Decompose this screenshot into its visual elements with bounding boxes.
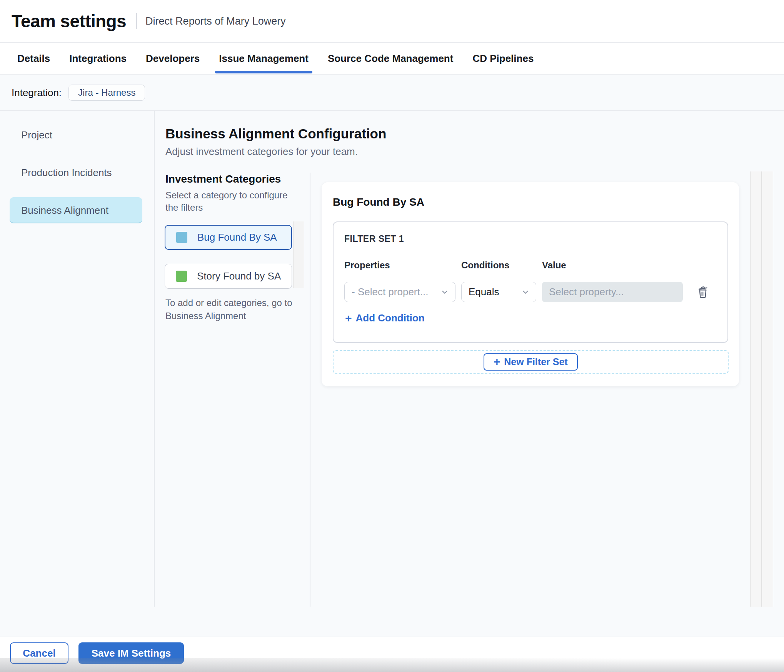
title-divider	[136, 13, 137, 29]
investment-categories-heading: Investment Categories	[165, 173, 281, 185]
new-filter-set-dropzone: + New Filter Set	[333, 350, 729, 374]
integration-label: Integration:	[12, 87, 62, 99]
sidebar-item-production-incidents[interactable]: Production Incidents	[10, 160, 142, 186]
tab-issue-management[interactable]: Issue Management	[217, 43, 310, 74]
column-label-value: Value	[542, 260, 566, 271]
category-label: Story Found by SA	[197, 270, 281, 282]
chevron-down-icon	[521, 288, 530, 296]
page-section-title: Business Alignment Configuration	[165, 126, 386, 141]
inner-scrollbar-track[interactable]	[762, 171, 773, 607]
tab-source-code-management[interactable]: Source Code Management	[326, 43, 455, 74]
page-section-subtitle: Adjust investment categories for your te…	[165, 146, 358, 158]
tab-developers[interactable]: Developers	[144, 43, 201, 74]
value-input[interactable]	[542, 282, 683, 302]
sidebar-divider	[154, 111, 155, 607]
property-select-placeholder: - Select propert...	[352, 286, 428, 298]
page-header: Team settings Direct Reports of Mary Low…	[0, 0, 784, 42]
section-divider	[310, 173, 310, 607]
filter-set-heading: FILTER SET 1	[344, 234, 404, 244]
settings-tab-bar: Details Integrations Developers Issue Ma…	[0, 42, 784, 75]
condition-select[interactable]: Equals	[461, 282, 536, 302]
category-bug-found-by-sa[interactable]: Bug Found By SA	[165, 225, 292, 250]
category-label: Bug Found By SA	[197, 231, 277, 243]
page-title: Team settings	[12, 11, 126, 32]
team-settings-page: Team settings Direct Reports of Mary Low…	[0, 0, 784, 672]
outer-scrollbar-track[interactable]	[750, 171, 762, 607]
column-label-conditions: Conditions	[461, 260, 509, 271]
tab-cd-pipelines[interactable]: CD Pipelines	[471, 43, 535, 74]
plus-icon: +	[494, 356, 500, 368]
sidebar-item-project[interactable]: Project	[10, 122, 142, 148]
save-im-settings-button[interactable]: Save IM Settings	[78, 642, 184, 664]
category-color-swatch	[176, 232, 187, 243]
plus-icon: +	[345, 313, 352, 324]
column-label-properties: Properties	[344, 260, 390, 271]
category-list-scrollbar[interactable]	[293, 221, 304, 288]
integration-chip[interactable]: Jira - Harness	[68, 85, 145, 101]
investment-categories-hint: Select a category to configure the filte…	[165, 189, 300, 214]
chevron-down-icon	[440, 288, 449, 296]
category-config-card: Bug Found By SA FILTER SET 1 Properties …	[322, 182, 739, 386]
trash-icon	[695, 284, 711, 299]
add-condition-label: Add Condition	[356, 312, 425, 324]
tab-integrations[interactable]: Integrations	[68, 43, 128, 74]
property-select[interactable]: - Select propert...	[344, 282, 455, 302]
delete-condition-button[interactable]	[694, 284, 711, 301]
integration-row: Integration: Jira - Harness	[0, 75, 784, 111]
category-story-found-by-sa[interactable]: Story Found by SA	[165, 264, 292, 289]
new-filter-set-button[interactable]: + New Filter Set	[484, 353, 577, 371]
new-filter-set-label: New Filter Set	[504, 356, 567, 368]
sidebar-item-business-alignment[interactable]: Business Alignment	[10, 197, 142, 223]
footer-action-bar: Cancel Save IM Settings	[0, 637, 784, 672]
tab-details[interactable]: Details	[16, 43, 52, 74]
category-color-swatch	[176, 271, 187, 282]
content-area: Integration: Jira - Harness Project Prod…	[0, 75, 784, 637]
condition-select-value: Equals	[469, 286, 499, 298]
filter-set-box: FILTER SET 1 Properties Conditions Value…	[333, 221, 728, 343]
categories-note: To add or edit categories, go to Busines…	[165, 296, 296, 323]
add-condition-button[interactable]: + Add Condition	[343, 312, 427, 324]
cancel-button[interactable]: Cancel	[10, 642, 68, 664]
settings-sidebar: Project Production Incidents Business Al…	[0, 111, 154, 235]
page-subtitle: Direct Reports of Mary Lowery	[145, 15, 286, 27]
config-card-title: Bug Found By SA	[333, 196, 424, 208]
